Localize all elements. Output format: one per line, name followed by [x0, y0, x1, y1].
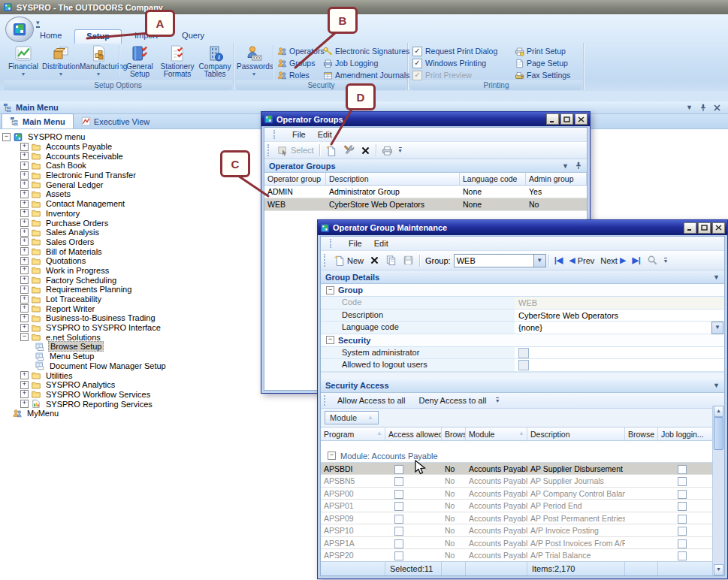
group-by-chip-module[interactable]: Module ▲	[325, 411, 379, 424]
expand-icon[interactable]: +	[20, 162, 29, 170]
minimize-button[interactable]	[684, 222, 696, 234]
tree-item[interactable]: −e.net Solutions	[0, 332, 261, 342]
tree-item[interactable]: Browse Setup	[0, 342, 261, 352]
access-allowed-checkbox[interactable]	[394, 515, 403, 524]
toolbar-overflow-icon[interactable]: ▾	[664, 258, 667, 264]
program-row-apsp10[interactable]: APSP10 No Accounts Payable A/P Invoice P…	[321, 524, 713, 537]
column-header-browse[interactable]: Browse	[442, 427, 466, 440]
ribbon-button-amendment-journals[interactable]: Amendment Journals	[323, 69, 409, 81]
panel-dropdown-icon[interactable]: ▼	[562, 162, 569, 170]
expand-icon[interactable]: +	[20, 257, 29, 265]
expand-icon[interactable]: +	[20, 314, 29, 322]
expand-icon[interactable]: +	[20, 381, 29, 389]
change-button[interactable]	[340, 143, 358, 157]
job-logging-checkbox[interactable]	[678, 490, 687, 499]
category-row-group[interactable]: −Group	[321, 284, 724, 297]
column-header-module[interactable]: Module▲	[466, 427, 527, 440]
checkbox-icon[interactable]	[518, 348, 529, 358]
operator-groups-titlebar[interactable]: Operator Groups	[261, 112, 590, 126]
ribbon-tab-query[interactable]: Query	[171, 29, 216, 43]
program-row-apsp1a[interactable]: APSP1A No Accounts Payable A/P Post Invo…	[321, 537, 713, 550]
minimize-button[interactable]	[546, 113, 559, 125]
ribbon-button-manufacturing[interactable]: Manufacturing▼	[80, 44, 117, 86]
menu-edit[interactable]: Edit	[374, 239, 388, 248]
access-allowed-checkbox[interactable]	[394, 490, 403, 499]
print-button[interactable]	[379, 144, 396, 157]
job-logging-checkbox[interactable]	[678, 527, 687, 536]
access-allowed-checkbox[interactable]	[394, 539, 403, 548]
tree-item[interactable]: +Requirements Planning	[0, 285, 261, 295]
dock-tab-main-menu[interactable]: Main Menu	[2, 113, 74, 128]
last-record-button[interactable]: ▶|	[629, 255, 644, 266]
tree-item[interactable]: +Work in Progress	[0, 266, 261, 276]
tree-item[interactable]: +Purchase Orders	[0, 218, 261, 228]
delete-button[interactable]	[367, 255, 382, 266]
panel-dropdown-icon[interactable]: ▼	[686, 104, 693, 111]
ribbon-button-electronic-signatures[interactable]: Electronic Signatures	[323, 45, 409, 57]
program-row-apsp00[interactable]: APSP00 No Accounts Payable AP Company Co…	[321, 488, 713, 500]
program-row-apsbn5[interactable]: APSBN5 No Accounts Payable AP Supplier J…	[321, 475, 713, 488]
access-allowed-checkbox[interactable]	[394, 502, 403, 511]
column-header-operator-group[interactable]: Operator group	[264, 173, 326, 185]
column-header-job-loggin-[interactable]: Job loggin...	[658, 427, 713, 440]
tree-item[interactable]: +SYSPRO Analytics	[0, 380, 261, 390]
operator-group-row[interactable]: ADMINAdministrator GroupNoneYes	[264, 186, 587, 198]
program-row-apsbdi[interactable]: APSBDI No Accounts Payable AP Supplier D…	[321, 463, 713, 476]
job-logging-checkbox[interactable]	[678, 465, 687, 474]
job-logging-checkbox[interactable]	[678, 502, 687, 511]
tree-item[interactable]: −SYSPRO menu	[0, 132, 261, 142]
group-details-header[interactable]: Group Details ▼	[321, 270, 724, 284]
scroll-up-icon[interactable]: ▲	[714, 406, 723, 417]
new-button[interactable]: New	[331, 254, 367, 267]
ribbon-button-groups[interactable]: Groups	[277, 57, 325, 69]
group-combobox[interactable]: WEB▼	[454, 254, 546, 267]
expand-icon[interactable]: +	[20, 143, 29, 151]
tree-item[interactable]: +Bill of Materials	[0, 246, 261, 256]
job-logging-checkbox[interactable]	[678, 539, 687, 548]
expand-icon[interactable]: +	[20, 180, 29, 189]
close-icon[interactable]	[714, 104, 720, 111]
tree-item[interactable]: +Contact Management	[0, 199, 261, 209]
job-logging-checkbox[interactable]	[678, 477, 687, 486]
expand-icon[interactable]: +	[20, 209, 29, 217]
checkbox-windows-printing[interactable]: ✓Windows Printing	[412, 57, 497, 69]
tree-item[interactable]: Document Flow Manager Setup	[0, 361, 261, 371]
tree-item[interactable]: Menu Setup	[0, 352, 261, 361]
next-record-button[interactable]: Next▶	[597, 255, 629, 266]
column-header-access-allowed[interactable]: Access allowed	[385, 427, 442, 440]
tree-item[interactable]: +Quotations	[0, 256, 261, 266]
tree-item[interactable]: +Lot Traceability	[0, 295, 261, 304]
close-button[interactable]	[575, 113, 588, 125]
tree-item[interactable]: +Accounts Payable	[0, 142, 261, 152]
ribbon-button-roles[interactable]: Roles	[277, 69, 325, 81]
tree-item[interactable]: +Sales Analysis	[0, 228, 261, 237]
column-header-admin-group[interactable]: Admin group	[526, 173, 587, 185]
access-allowed-checkbox[interactable]	[394, 477, 403, 486]
pin-icon[interactable]	[575, 162, 582, 170]
tree-item[interactable]: +Assets	[0, 189, 261, 199]
job-logging-checkbox[interactable]	[678, 551, 687, 560]
expand-icon[interactable]: +	[20, 247, 29, 255]
expand-icon[interactable]: +	[20, 190, 29, 198]
ribbon-tab-setup[interactable]: Setup	[74, 29, 122, 44]
program-row-apsp20[interactable]: APSP20 No Accounts Payable A/P Trial Bal…	[321, 549, 713, 562]
ribbon-button-distribution[interactable]: Distribution▼	[42, 44, 80, 86]
prev-record-button[interactable]: ◀Prev	[566, 255, 597, 266]
button-deny-access-to-all[interactable]: Deny Access to all	[412, 394, 493, 406]
job-logging-checkbox[interactable]	[678, 515, 687, 524]
ribbon-button-operators[interactable]: Operators	[277, 45, 325, 57]
module-group-row[interactable]: − Module: Accounts Payable	[321, 450, 713, 463]
ribbon-button-financial[interactable]: Financial▼	[5, 44, 42, 86]
expand-icon[interactable]: +	[20, 285, 29, 294]
access-allowed-checkbox[interactable]	[394, 465, 403, 474]
tree-item[interactable]: +SYSPRO Workflow Services	[0, 390, 261, 400]
maximize-button[interactable]	[698, 222, 711, 234]
expand-icon[interactable]: +	[20, 237, 29, 246]
expand-icon[interactable]: +	[20, 276, 29, 284]
dock-tab-executive-view[interactable]: Executive View	[74, 114, 157, 128]
tree-item[interactable]: +SYSPRO Reporting Services	[0, 399, 261, 409]
toolbar-overflow-icon[interactable]: ▾	[399, 147, 402, 153]
ribbon-button-page-setup[interactable]: Page Setup	[515, 57, 570, 69]
checkbox-print-preview[interactable]: ✓Print Preview	[412, 69, 497, 81]
collapse-icon[interactable]: −	[326, 286, 334, 295]
